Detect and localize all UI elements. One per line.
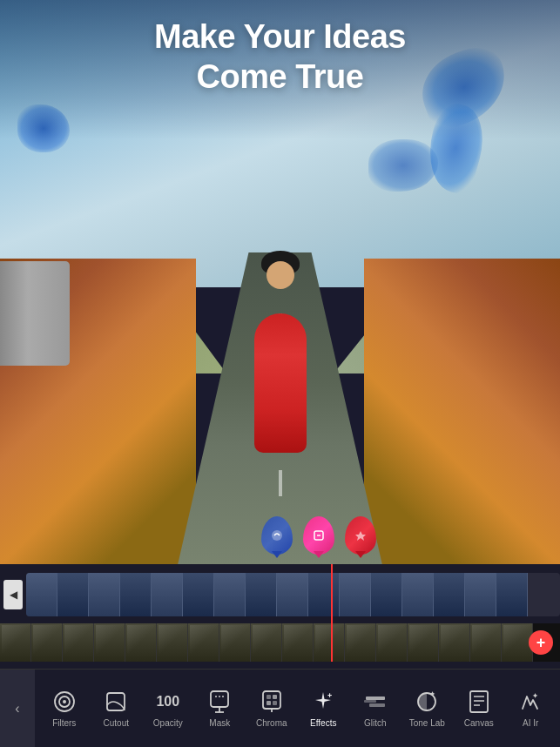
timeline-frame — [26, 573, 57, 616]
svg-rect-20 — [470, 691, 488, 712]
strip-frame — [63, 623, 94, 662]
tool-mask[interactable]: Mask — [198, 689, 241, 728]
timeline-frame — [371, 573, 402, 616]
bottom-toolbar: ‹ Filters Cutout — [0, 669, 560, 747]
pin-pink-icon — [312, 528, 326, 542]
thumbnail-strip[interactable] — [0, 623, 560, 662]
timeline-frame — [465, 573, 496, 616]
layer-pin-blue[interactable] — [261, 516, 293, 555]
glitch-icon — [362, 689, 388, 715]
right-field — [364, 259, 560, 575]
strip-frame — [470, 623, 502, 662]
toolbar-items: Filters Cutout 100 Opacity — [35, 689, 560, 728]
title-text: Make Your Ideas Come True — [0, 17, 560, 97]
svg-rect-16 — [369, 703, 385, 707]
tone-lab-label: Tone Lab — [409, 718, 445, 728]
filters-label: Filters — [52, 718, 76, 728]
opacity-value: 100 — [156, 695, 179, 709]
layer-pin-pink[interactable] — [303, 516, 334, 555]
tool-filters[interactable]: Filters — [43, 689, 86, 728]
mask-label: Mask — [209, 718, 230, 728]
strip-frame — [31, 623, 63, 662]
cutout-icon — [103, 689, 129, 715]
timeline-track[interactable] — [26, 573, 560, 616]
tool-effects[interactable]: + Effects — [301, 689, 345, 728]
timeline-frame — [246, 573, 277, 616]
layer-pins — [261, 516, 376, 555]
glitch-label: Glitch — [364, 718, 387, 728]
strip-frame — [188, 623, 219, 662]
svg-rect-15 — [366, 697, 385, 700]
svg-text:✦: ✦ — [429, 690, 435, 698]
canvas-icon — [466, 689, 492, 715]
strip-frame — [0, 623, 31, 662]
strip-frame — [376, 623, 408, 662]
ink-blob-3 — [368, 139, 438, 192]
svg-text:+: + — [327, 691, 332, 700]
pin-blue-icon — [270, 528, 284, 542]
toolbar-back-icon: ‹ — [15, 701, 19, 717]
title-overlay: Make Your Ideas Come True — [0, 17, 560, 97]
toolbar-back-button[interactable]: ‹ — [0, 670, 35, 748]
tool-ai-ir[interactable]: ✦ AI Ir — [509, 689, 552, 728]
opacity-icon: 100 — [155, 689, 181, 715]
tool-canvas[interactable]: Canvas — [457, 689, 501, 728]
timeline-frame — [277, 573, 308, 616]
person-figure — [241, 261, 320, 453]
strip-frame — [125, 623, 157, 662]
chroma-label: Chroma — [256, 718, 287, 728]
svg-rect-17 — [364, 700, 376, 703]
timeline-frames — [26, 573, 528, 616]
add-clip-button[interactable]: + — [529, 630, 553, 655]
timeline-frame — [402, 573, 434, 616]
effects-icon: + — [310, 689, 336, 715]
timeline-frame — [89, 573, 120, 616]
timeline-frame — [183, 573, 214, 616]
tool-chroma[interactable]: Chroma — [250, 689, 293, 728]
strip-frame — [251, 623, 282, 662]
filters-icon — [51, 689, 78, 715]
main-image: Make Your Ideas Come True — [0, 0, 560, 575]
timeline-frame — [152, 573, 183, 616]
mask-icon — [206, 689, 233, 715]
pin-red-icon — [354, 528, 368, 542]
effects-label: Effects — [310, 718, 336, 728]
timeline-back-icon: ◀ — [10, 589, 17, 601]
svg-rect-10 — [267, 695, 271, 699]
tool-tone-lab[interactable]: ✦ Tone Lab — [405, 689, 449, 728]
timeline-frame — [120, 573, 152, 616]
strip-frame — [94, 623, 125, 662]
timeline-frame — [308, 573, 340, 616]
timeline-area: ◀ — [0, 564, 560, 669]
chroma-icon — [259, 689, 285, 715]
tool-opacity[interactable]: 100 Opacity — [146, 689, 190, 728]
svg-rect-11 — [273, 695, 277, 699]
strip-frame — [282, 623, 314, 662]
tone-lab-icon: ✦ — [414, 689, 440, 715]
timeline-back-button[interactable]: ◀ — [3, 580, 23, 609]
timeline-frame — [214, 573, 246, 616]
svg-rect-12 — [267, 701, 271, 705]
tool-glitch[interactable]: Glitch — [354, 689, 397, 728]
strip-frame — [314, 623, 345, 662]
add-icon: + — [536, 634, 546, 652]
strip-frame — [408, 623, 439, 662]
playhead[interactable] — [331, 564, 333, 662]
svg-rect-6 — [211, 691, 228, 707]
canvas-label: Canvas — [464, 718, 494, 728]
timeline-frame — [496, 573, 528, 616]
strip-frame — [219, 623, 251, 662]
person-body — [254, 313, 307, 453]
strip-frame — [157, 623, 188, 662]
timeline-frame — [340, 573, 371, 616]
strip-frame — [345, 623, 376, 662]
opacity-label: Opacity — [153, 718, 183, 728]
layer-pin-red[interactable] — [345, 516, 376, 555]
ai-ir-label: AI Ir — [523, 718, 538, 728]
svg-rect-13 — [273, 701, 277, 705]
strip-frame — [439, 623, 470, 662]
tool-cutout[interactable]: Cutout — [94, 689, 138, 728]
person-head — [267, 261, 294, 289]
timeline-frame — [434, 573, 465, 616]
svg-point-4 — [63, 700, 66, 703]
